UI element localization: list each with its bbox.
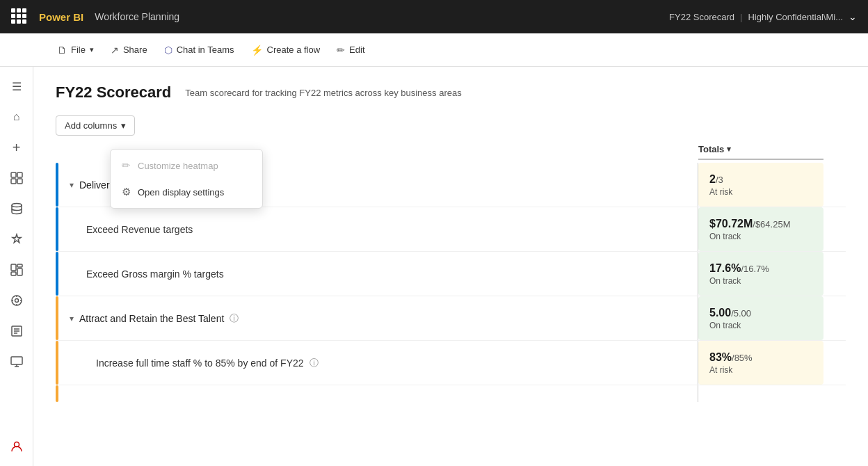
row-label: ▾ Attract and Retain the Best Talent ⓘ [58, 296, 698, 340]
content-area: FY22 Scorecard Team scorecard for tracki… [33, 67, 868, 466]
expand-icon[interactable]: ▾ [70, 314, 74, 323]
row-value: 83%/85% At risk [698, 341, 823, 385]
add-columns-button[interactable]: Add columns ▾ [56, 115, 135, 136]
flow-icon: ⚡ [251, 45, 263, 56]
table-row: ▾ Attract and Retain the Best Talent ⓘ 5… [56, 296, 846, 341]
totals-label: Totals [698, 144, 724, 154]
top-bar: Power BI Workforce Planning FY22 Scoreca… [0, 0, 868, 33]
report-name: Workforce Planning [95, 11, 179, 22]
toolbar: 🗋 File ▾ ↗ Share ⬡ Chat in Teams ⚡ Creat… [0, 33, 868, 67]
bi-text: BI [73, 11, 83, 23]
svg-rect-5 [11, 264, 16, 271]
svg-rect-2 [11, 179, 16, 184]
info-icon[interactable]: ⓘ [310, 357, 319, 369]
svg-rect-3 [17, 179, 22, 184]
column-divider [698, 163, 698, 207]
table-row: Exceed Gross margin % targets 17.6%/16.7… [56, 252, 846, 296]
table-row: Exceed Revenue targets $70.72M/$64.25M O… [56, 207, 846, 252]
sidebar-profile[interactable] [3, 433, 31, 460]
top-bar-right: FY22 Scorecard | Highly Confidential\Mi.… [669, 11, 857, 22]
sidebar-hamburger[interactable]: ☰ [3, 72, 31, 100]
value-status: On track [709, 321, 812, 330]
chat-teams-button[interactable]: ⬡ Chat in Teams [157, 40, 241, 60]
row-label: Exceed Revenue targets [58, 207, 698, 251]
scorecard-label: FY22 Scorecard [669, 12, 734, 22]
file-button[interactable]: 🗋 File ▾ [50, 40, 101, 60]
value-main: 83%/85% [709, 351, 812, 364]
svg-rect-12 [11, 357, 22, 364]
customize-heatmap-label: Customize heatmap [138, 161, 218, 171]
customize-heatmap-item: ✏ Customize heatmap [111, 152, 262, 179]
open-display-settings-item[interactable]: ⚙ Open display settings [111, 179, 262, 205]
sidebar-explore[interactable] [3, 287, 31, 314]
svg-rect-6 [17, 264, 22, 267]
heatmap-icon: ✏ [122, 159, 131, 172]
power-text: Power [39, 11, 70, 23]
share-button[interactable]: ↗ Share [104, 40, 154, 60]
page-subtitle: Team scorecard for tracking FY22 metrics… [185, 88, 461, 98]
row-value: 17.6%/16.7% On track [698, 252, 823, 296]
info-icon[interactable]: ⓘ [230, 312, 239, 325]
row-text: Increase full time staff % to 85% by end… [96, 357, 304, 369]
value-main: $70.72M/$64.25M [709, 218, 812, 230]
table-row [56, 385, 846, 402]
sidebar-database[interactable] [3, 195, 31, 223]
create-flow-label: Create a flow [267, 45, 321, 55]
column-divider [698, 296, 698, 340]
totals-chevron-icon[interactable]: ▾ [727, 145, 731, 154]
add-columns-dropdown: ✏ Customize heatmap ⚙ Open display setti… [110, 149, 263, 209]
sidebar-goals[interactable] [3, 225, 31, 253]
row-text: Exceed Revenue targets [86, 224, 193, 235]
column-divider [698, 385, 698, 402]
value-target: /5.00 [731, 308, 751, 319]
create-flow-button[interactable]: ⚡ Create a flow [244, 40, 328, 60]
svg-point-4 [12, 204, 22, 207]
row-value: 2/3 At risk [698, 163, 823, 207]
svg-rect-0 [11, 172, 16, 177]
column-divider [698, 341, 698, 385]
file-icon: 🗋 [57, 45, 67, 56]
sidebar-learn[interactable] [3, 317, 31, 345]
sidebar-browse[interactable] [3, 164, 31, 192]
row-value: 5.00/5.00 On track [698, 296, 823, 340]
row-value [698, 385, 823, 402]
page-header: FY22 Scorecard Team scorecard for tracki… [56, 83, 846, 102]
app-logo: Power BI [39, 11, 83, 23]
value-main: 5.00/5.00 [709, 307, 812, 319]
share-icon: ↗ [111, 45, 119, 56]
value-status: On track [709, 276, 812, 286]
sidebar-monitor[interactable] [3, 348, 31, 376]
value-status: At risk [709, 365, 812, 375]
value-main: 2/3 [709, 173, 812, 186]
edit-label: Edit [349, 45, 364, 55]
top-bar-divider: | [740, 12, 742, 22]
add-columns-label: Add columns [65, 120, 117, 131]
share-label: Share [123, 45, 147, 55]
svg-rect-8 [11, 272, 16, 275]
row-label [58, 385, 698, 402]
app-grid-icon[interactable] [11, 8, 28, 25]
svg-rect-1 [17, 172, 22, 177]
sidebar-home[interactable]: ⌂ [3, 103, 31, 131]
value-target: /16.7% [741, 264, 769, 274]
edit-button[interactable]: ✏ Edit [330, 40, 371, 60]
column-divider [698, 207, 698, 251]
sidebar-create[interactable]: + [3, 134, 31, 161]
row-label: ▾ Increase full time staff % to 85% by e… [58, 341, 698, 385]
expand-icon[interactable]: ▾ [70, 180, 74, 190]
value-target: /3 [716, 175, 723, 185]
sidebar-dashboards[interactable] [3, 256, 31, 284]
row-value: $70.72M/$64.25M On track [698, 207, 823, 251]
file-label: File [71, 45, 86, 55]
teams-icon: ⬡ [164, 45, 172, 56]
value-target: /$64.25M [753, 219, 790, 230]
sensitivity-chevron[interactable]: ⌄ [849, 11, 857, 22]
edit-icon: ✏ [337, 45, 345, 56]
row-label: Exceed Gross margin % targets [58, 252, 698, 296]
sensitivity-label: Highly Confidential\Mi... [748, 12, 843, 22]
settings-icon: ⚙ [122, 186, 131, 198]
value-status: On track [709, 232, 812, 241]
value-target: /85% [732, 353, 753, 363]
sidebar: ☰ ⌂ + [0, 67, 33, 466]
row-text: Attract and Retain the Best Talent [79, 313, 224, 324]
